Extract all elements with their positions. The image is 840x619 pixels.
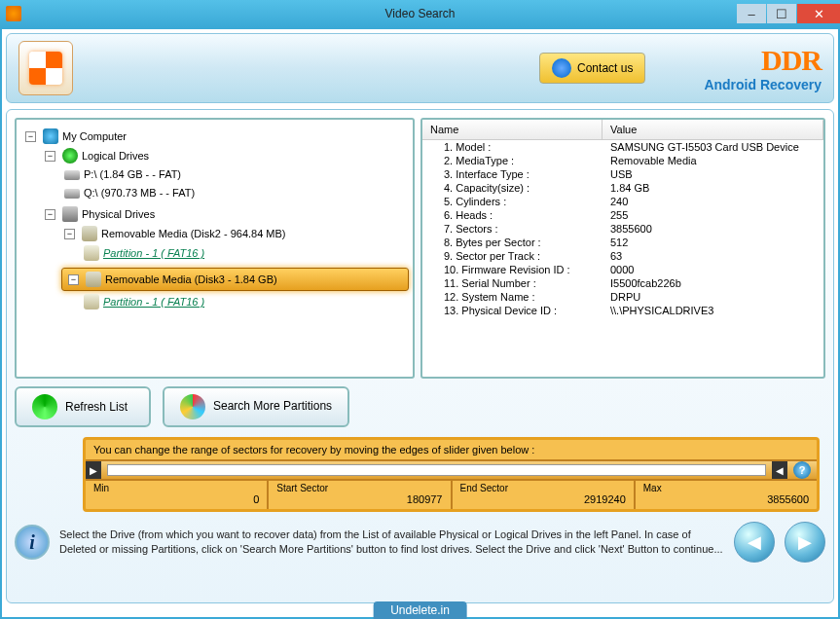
max-value: 3855600 (643, 493, 809, 505)
app-header: Contact us DDR Android Recovery (6, 33, 834, 103)
property-row[interactable]: 12. System Name :DRPU (422, 290, 823, 304)
property-row[interactable]: 13. Physical Device ID :\\.\PHYSICALDRIV… (422, 304, 823, 317)
pie-icon (180, 394, 205, 419)
column-name[interactable]: Name (422, 120, 603, 139)
physical-drives-node[interactable]: −Physical Drives (42, 205, 409, 223)
close-button[interactable]: ✕ (797, 4, 840, 23)
drive-item[interactable]: P:\ (1.84 GB - - FAT) (61, 166, 409, 181)
removable-media-node[interactable]: −Removable Media (Disk2 - 964.84 MB) (61, 225, 409, 242)
slider-bar[interactable] (107, 464, 766, 476)
collapse-icon[interactable]: − (45, 151, 55, 162)
property-row[interactable]: 8. Bytes per Sector :512 (422, 236, 823, 249)
partition-icon (84, 245, 99, 261)
maximize-button[interactable]: ☐ (767, 4, 796, 23)
sector-slider[interactable]: ▶ ◀ ? (86, 459, 817, 481)
property-row[interactable]: 5. Cylinders :240 (422, 195, 823, 208)
property-row[interactable]: 1. Model :SAMSUNG GT-I5503 Card USB Devi… (422, 140, 823, 154)
property-row[interactable]: 4. Capacity(size) :1.84 GB (422, 181, 823, 195)
help-icon[interactable]: ? (793, 461, 811, 479)
contact-label: Contact us (577, 61, 633, 75)
removable-media-node-selected[interactable]: −Removable Media (Disk3 - 1.84 GB) (61, 268, 409, 291)
contact-us-button[interactable]: Contact us (539, 53, 645, 84)
property-row[interactable]: 11. Serial Number :I5500fcab226b (422, 276, 823, 290)
search-more-partitions-button[interactable]: Search More Partitions (163, 386, 349, 427)
globe-icon (62, 148, 78, 164)
collapse-icon[interactable]: − (68, 274, 79, 285)
property-row[interactable]: 7. Sectors :3855600 (422, 222, 823, 236)
slider-handle-left[interactable]: ▶ (86, 461, 101, 479)
brand-name: DDR (704, 44, 822, 77)
logo (18, 41, 73, 95)
collapse-icon[interactable]: − (25, 131, 36, 142)
drive-icon (64, 189, 80, 199)
slider-message: You can change the range of sectors for … (86, 440, 817, 459)
refresh-list-button[interactable]: Refresh List (15, 386, 151, 427)
drive-icon (64, 170, 80, 180)
column-value[interactable]: Value (603, 120, 823, 139)
drive-item[interactable]: Q:\ (970.73 MB - - FAT) (61, 185, 409, 200)
property-row[interactable]: 9. Sector per Track :63 (422, 249, 823, 263)
property-row[interactable]: 2. MediaType :Removable Media (422, 154, 823, 167)
brand-subtitle: Android Recovery (704, 77, 822, 92)
minimize-button[interactable]: – (737, 4, 766, 23)
media-icon (82, 226, 97, 241)
media-icon (86, 272, 101, 287)
back-button[interactable]: ◀ (734, 522, 775, 563)
partition-icon (84, 294, 99, 310)
collapse-icon[interactable]: − (45, 209, 55, 220)
next-button[interactable]: ▶ (785, 522, 825, 563)
slider-handle-right[interactable]: ◀ (772, 461, 787, 479)
info-icon: i (15, 525, 50, 560)
drive-tree[interactable]: −My Computer −Logical Drives P:\ (1.84 G… (15, 118, 415, 379)
end-sector-value: 2919240 (460, 493, 626, 505)
refresh-icon (32, 394, 57, 419)
sector-range-box: You can change the range of sectors for … (83, 437, 820, 512)
tree-root[interactable]: −My Computer (22, 127, 409, 145)
partition-item[interactable]: Partition - 1 ( FAT16 ) (81, 293, 409, 310)
titlebar: Video Search – ☐ ✕ (0, 0, 840, 27)
logical-drives-node[interactable]: −Logical Drives (42, 147, 409, 164)
window-title: Video Search (385, 7, 456, 20)
main-panel: −My Computer −Logical Drives P:\ (1.84 G… (6, 109, 834, 603)
property-row[interactable]: 6. Heads :255 (422, 208, 823, 222)
start-sector-value: 180977 (276, 493, 442, 505)
collapse-icon[interactable]: − (64, 229, 75, 239)
app-icon (6, 6, 21, 21)
properties-pane: Name Value 1. Model :SAMSUNG GT-I5503 Ca… (420, 118, 825, 379)
property-row[interactable]: 10. Firmware Revision ID :0000 (422, 263, 823, 276)
footer-instructions: Select the Drive (from which you want to… (59, 528, 724, 557)
min-value: 0 (93, 493, 259, 505)
properties-list[interactable]: 1. Model :SAMSUNG GT-I5503 Card USB Devi… (422, 140, 823, 378)
property-row[interactable]: 3. Interface Type :USB (422, 167, 823, 181)
computer-icon (43, 128, 58, 144)
avatar-icon (552, 58, 571, 78)
disks-icon (62, 206, 78, 222)
partition-item[interactable]: Partition - 1 ( FAT16 ) (81, 244, 409, 262)
watermark: Undelete.in (373, 601, 467, 619)
